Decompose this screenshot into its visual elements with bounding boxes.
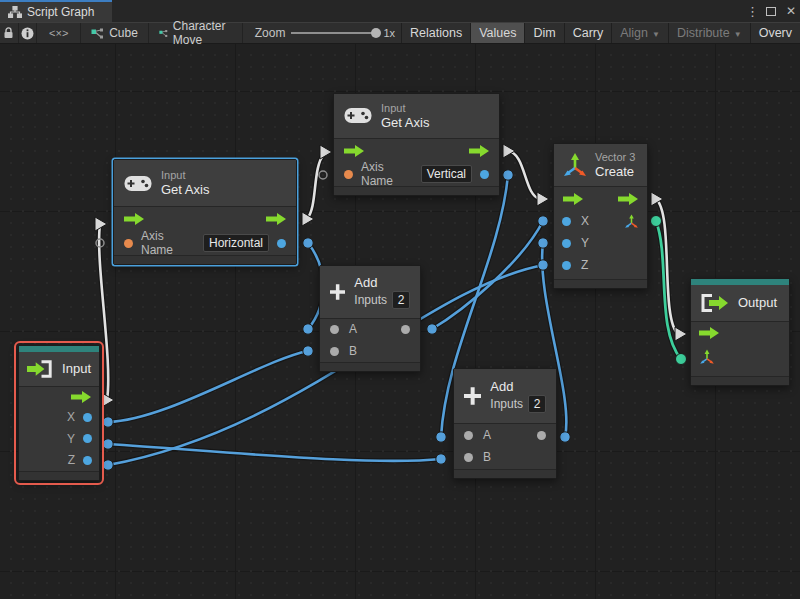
breadcrumb-character-move[interactable]: Character Move: [149, 23, 243, 43]
info-icon: [21, 27, 34, 40]
sum-port[interactable]: [537, 431, 546, 440]
control-out-arrow-icon[interactable]: [71, 391, 91, 403]
node-get-axis-horizontal[interactable]: Input Get Axis Axis Name Horizontal: [113, 159, 297, 265]
sum-port[interactable]: [401, 325, 410, 334]
node-footer: [454, 469, 556, 478]
control-in-arrow-icon[interactable]: [124, 213, 144, 225]
axis-name-port[interactable]: [344, 170, 353, 179]
node-title: Get Axis: [381, 115, 429, 131]
node-add-2[interactable]: Add Inputs 2 A B: [453, 368, 557, 479]
node-title: Add: [354, 275, 410, 291]
window-menu-icon[interactable]: ⋮: [746, 4, 756, 19]
graph-toolbar: <×> Cube Character Move Zoom 1x Relation…: [0, 22, 800, 44]
port-label: X: [67, 410, 75, 424]
axis-name-port[interactable]: [124, 239, 133, 248]
port-label: Axis Name: [141, 229, 195, 257]
inputs-count-field[interactable]: 2: [392, 291, 410, 309]
code-icon: <×>: [49, 27, 68, 39]
tab-title: Script Graph: [27, 5, 94, 19]
control-out-arrow-icon[interactable]: [469, 145, 489, 157]
zoom-value: 1x: [383, 27, 395, 39]
port-z[interactable]: [83, 456, 92, 465]
port-b[interactable]: [330, 347, 339, 356]
inputs-count-field[interactable]: 2: [528, 395, 546, 413]
node-category: Vector 3: [595, 150, 635, 164]
port-label: Z: [68, 453, 75, 467]
port-label: B: [483, 450, 491, 464]
node-footer: [19, 471, 99, 480]
node-category: Input: [161, 168, 209, 182]
info-button[interactable]: [19, 23, 38, 43]
node-footer: [320, 362, 420, 371]
result-port[interactable]: [277, 239, 286, 248]
node-title: Input: [62, 361, 91, 377]
vector3-result-port[interactable]: [624, 214, 639, 229]
distribute-dropdown[interactable]: Distribute▼: [668, 23, 750, 43]
inputs-label: Inputs: [490, 397, 523, 411]
breadcrumb-label: Cube: [109, 26, 138, 40]
port-y[interactable]: [83, 434, 92, 443]
script-graph-icon: [159, 28, 168, 39]
node-title: Create: [595, 164, 635, 180]
node-footer: [334, 186, 499, 195]
port-label: Axis Name: [361, 160, 413, 188]
port-label: Z: [581, 258, 588, 272]
zoom-label: Zoom: [255, 26, 286, 40]
plus-icon: [464, 383, 481, 409]
close-icon[interactable]: ✕: [786, 4, 796, 18]
node-title: Get Axis: [161, 182, 209, 198]
dim-button[interactable]: Dim: [524, 23, 563, 43]
control-out-arrow-icon[interactable]: [618, 193, 638, 205]
lock-button[interactable]: [0, 23, 19, 43]
port-z[interactable]: [562, 261, 571, 270]
port-x[interactable]: [83, 413, 92, 422]
control-in-arrow-icon[interactable]: [344, 145, 364, 157]
gamepad-icon: [124, 175, 152, 192]
port-b[interactable]: [464, 453, 473, 462]
port-label: A: [349, 322, 357, 336]
values-button[interactable]: Values: [470, 23, 524, 43]
node-title: Add: [490, 379, 546, 395]
zoom-slider-handle[interactable]: [371, 28, 381, 38]
input-unit-icon: [27, 359, 54, 379]
port-y[interactable]: [562, 239, 571, 248]
node-footer: [114, 255, 296, 264]
node-get-axis-vertical[interactable]: Input Get Axis Axis Name Vertical: [333, 93, 500, 196]
overview-button[interactable]: Overv: [750, 23, 800, 43]
node-input-unit[interactable]: Input X Y Z: [18, 345, 100, 481]
chevron-down-icon: ▼: [734, 30, 742, 39]
node-output-unit[interactable]: Output: [690, 278, 790, 386]
port-label: Y: [67, 432, 75, 446]
result-port[interactable]: [480, 170, 489, 179]
node-vector3-create[interactable]: Vector 3 Create X Y Z: [553, 143, 648, 289]
zoom-slider[interactable]: [291, 32, 377, 34]
carry-button[interactable]: Carry: [564, 23, 612, 43]
control-in-arrow-icon[interactable]: [699, 327, 719, 339]
axis-name-field[interactable]: Vertical: [421, 165, 472, 183]
port-label: B: [349, 344, 357, 358]
port-a[interactable]: [464, 431, 473, 440]
vector3-value-port[interactable]: [699, 349, 715, 365]
control-out-arrow-icon[interactable]: [266, 213, 286, 225]
axis-name-field[interactable]: Horizontal: [203, 234, 269, 252]
node-title: Output: [738, 295, 777, 311]
control-in-arrow-icon[interactable]: [563, 193, 583, 205]
relations-button[interactable]: Relations: [401, 23, 470, 43]
breadcrumb-cube[interactable]: Cube: [81, 23, 149, 43]
port-x[interactable]: [562, 217, 571, 226]
plus-icon: [330, 279, 345, 305]
node-add-1[interactable]: Add Inputs 2 A B: [319, 265, 421, 372]
maximize-icon[interactable]: [766, 7, 776, 16]
align-dropdown[interactable]: Align▼: [611, 23, 668, 43]
csharp-preview-button[interactable]: <×>: [37, 23, 81, 43]
node-footer: [554, 279, 647, 288]
inputs-label: Inputs: [354, 293, 387, 307]
node-category: Input: [381, 101, 429, 115]
output-unit-icon: [699, 293, 729, 313]
tab-script-graph[interactable]: Script Graph: [0, 0, 112, 22]
graph-hierarchy-icon: [8, 6, 22, 18]
chevron-down-icon: ▼: [652, 30, 660, 39]
port-a[interactable]: [330, 325, 339, 334]
gamepad-icon: [344, 107, 372, 124]
breadcrumb-label: Character Move: [173, 19, 232, 47]
